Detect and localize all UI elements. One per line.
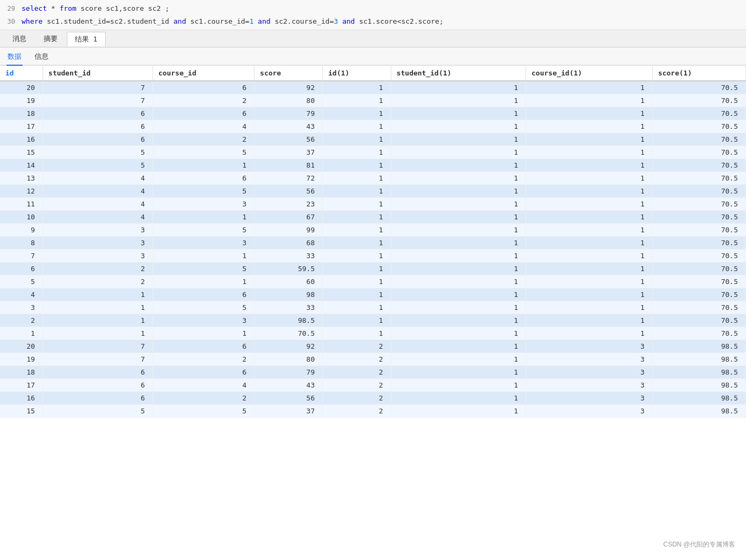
tab-结果 1[interactable]: 结果 1 [67, 32, 106, 46]
table-cell: 70.5 [652, 262, 745, 275]
table-cell: 2 [153, 353, 254, 366]
table-cell: 1 [391, 327, 526, 340]
table-cell: 1 [322, 250, 391, 262]
line-number: 30 [0, 17, 22, 26]
table-cell: 7 [43, 81, 153, 94]
table-cell: 1 [322, 185, 391, 198]
table-cell: 20 [0, 81, 43, 94]
table-cell: 1 [391, 224, 526, 237]
table-cell: 59.5 [254, 262, 323, 275]
table-cell: 4 [43, 185, 153, 198]
table-cell: 60 [254, 275, 323, 288]
table-cell: 4 [153, 120, 254, 133]
table-cell: 70.5 [652, 198, 745, 211]
table-cell: 1 [322, 224, 391, 237]
table-cell: 1 [391, 301, 526, 314]
table-cell: 2 [322, 405, 391, 418]
table-cell: 7 [0, 250, 43, 262]
table-cell: 80 [254, 94, 323, 107]
table-cell: 20 [0, 340, 43, 353]
column-header-course_id1: course_id(1) [526, 66, 653, 81]
table-cell: 1 [322, 94, 391, 107]
table-cell: 70.5 [652, 237, 745, 250]
table-cell: 72 [254, 172, 323, 185]
table-row: 11432311170.5 [0, 198, 746, 211]
table-cell: 33 [254, 301, 323, 314]
table-cell: 6 [153, 172, 254, 185]
table-cell: 98.5 [652, 379, 745, 392]
table-row: 17644311170.5 [0, 120, 746, 133]
table-cell: 18 [0, 107, 43, 120]
table-cell: 98.5 [652, 340, 745, 353]
table-cell: 1 [43, 301, 153, 314]
sub-tab-信息[interactable]: 信息 [33, 50, 50, 66]
table-cell: 2 [43, 275, 153, 288]
table-cell: 7 [43, 353, 153, 366]
table-cell: 1 [526, 262, 653, 275]
table-row: 10416711170.5 [0, 211, 746, 224]
table-cell: 70.5 [652, 146, 745, 159]
table-cell: 56 [254, 185, 323, 198]
table-cell: 70.5 [652, 288, 745, 301]
table-cell: 1 [526, 275, 653, 288]
table-cell: 3 [526, 405, 653, 418]
table-cell: 1 [322, 301, 391, 314]
column-header-score1: score(1) [652, 66, 745, 81]
table-cell: 1 [526, 133, 653, 146]
table-cell: 6 [153, 81, 254, 94]
table-cell: 2 [322, 379, 391, 392]
table-cell: 6 [153, 288, 254, 301]
sub-tab-数据[interactable]: 数据 [6, 50, 23, 66]
table-cell: 1 [391, 198, 526, 211]
table-wrapper: idstudent_idcourse_idscoreid(1)student_i… [0, 66, 746, 418]
table-row: 15553711170.5 [0, 146, 746, 159]
table-cell: 15 [0, 146, 43, 159]
table-cell: 19 [0, 353, 43, 366]
table-cell: 5 [153, 224, 254, 237]
table-cell: 1 [322, 172, 391, 185]
table-cell: 67 [254, 211, 323, 224]
table-cell: 33 [254, 250, 323, 262]
table-cell: 1 [391, 392, 526, 405]
table-cell: 11 [0, 198, 43, 211]
table-cell: 1 [391, 159, 526, 172]
table-cell: 15 [0, 405, 43, 418]
table-row: 19728011170.5 [0, 94, 746, 107]
code-area: 29select * from score sc1,score sc2 ;30w… [0, 0, 746, 30]
table-cell: 6 [153, 340, 254, 353]
table-cell: 1 [153, 159, 254, 172]
tab-消息[interactable]: 消息 [4, 31, 34, 46]
table-cell: 98.5 [652, 366, 745, 379]
table-cell: 1 [391, 250, 526, 262]
tab-摘要[interactable]: 摘要 [36, 31, 66, 46]
table-row: 3153311170.5 [0, 301, 746, 314]
table-cell: 80 [254, 353, 323, 366]
table-cell: 5 [153, 146, 254, 159]
column-header-id1: id(1) [322, 66, 391, 81]
table-cell: 1 [322, 120, 391, 133]
table-cell: 1 [322, 275, 391, 288]
table-cell: 70.5 [652, 120, 745, 133]
table-cell: 70.5 [652, 185, 745, 198]
table-cell: 1 [391, 237, 526, 250]
table-cell: 1 [391, 120, 526, 133]
table-cell: 2 [153, 133, 254, 146]
table-cell: 70.5 [652, 224, 745, 237]
table-cell: 92 [254, 340, 323, 353]
table-cell: 70.5 [652, 172, 745, 185]
table-cell: 5 [153, 405, 254, 418]
table-cell: 12 [0, 185, 43, 198]
table-cell: 70.5 [254, 327, 323, 340]
table-cell: 37 [254, 146, 323, 159]
table-cell: 1 [391, 81, 526, 94]
table-cell: 10 [0, 211, 43, 224]
table-cell: 5 [43, 405, 153, 418]
table-cell: 3 [526, 340, 653, 353]
table-cell: 5 [0, 275, 43, 288]
table-cell: 5 [43, 146, 153, 159]
table-row: 8336811170.5 [0, 237, 746, 250]
table-cell: 70.5 [652, 275, 745, 288]
table-row: 20769221398.5 [0, 340, 746, 353]
table-cell: 1 [391, 185, 526, 198]
table-cell: 92 [254, 81, 323, 94]
